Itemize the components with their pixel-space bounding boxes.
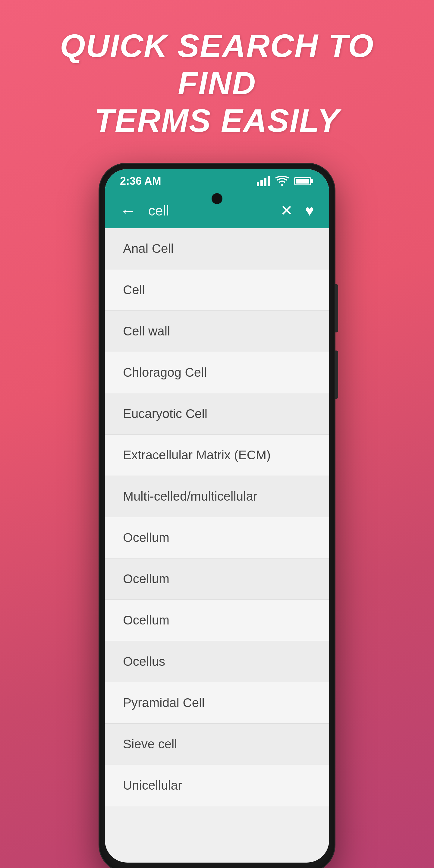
hero-line2: TERMS EASILY	[30, 102, 404, 139]
signal-icon	[257, 176, 270, 186]
result-term: Ocellum	[123, 613, 169, 627]
list-item[interactable]: Multi-celled/multicellular	[105, 476, 329, 517]
result-term: Pyramidal Cell	[123, 695, 205, 710]
result-term: Cell wall	[123, 324, 170, 338]
result-term: Unicellular	[123, 778, 182, 792]
hero-title: QUICK SEARCH TO FIND TERMS EASILY	[0, 27, 434, 140]
svg-point-4	[281, 184, 283, 186]
status-icons	[257, 176, 311, 186]
search-results-list: Anal CellCellCell wallChloragog CellEuca…	[105, 228, 329, 806]
svg-rect-2	[264, 178, 267, 186]
list-item[interactable]: Sieve cell	[105, 724, 329, 765]
list-item[interactable]: Extracellular Matrix (ECM)	[105, 435, 329, 476]
wifi-icon	[276, 176, 289, 186]
result-term: Cell	[123, 283, 145, 297]
list-item[interactable]: Ocellum	[105, 600, 329, 641]
search-input-container[interactable]: cell	[148, 203, 268, 219]
result-term: Multi-celled/multicellular	[123, 489, 257, 503]
svg-rect-1	[260, 180, 263, 186]
svg-rect-3	[268, 176, 270, 186]
result-term: Ocellus	[123, 654, 165, 669]
list-item[interactable]: Anal Cell	[105, 228, 329, 270]
svg-rect-0	[257, 182, 259, 186]
list-item[interactable]: Pyramidal Cell	[105, 682, 329, 724]
result-term: Chloragog Cell	[123, 365, 207, 379]
status-bar: 2:36 AM	[105, 169, 329, 193]
back-button[interactable]: ←	[120, 203, 136, 219]
result-term: Ocellum	[123, 572, 169, 586]
list-item[interactable]: Ocellum	[105, 517, 329, 558]
result-term: Ocellum	[123, 530, 169, 545]
result-term: Eucaryotic Cell	[123, 407, 207, 421]
result-term: Extracellular Matrix (ECM)	[123, 448, 271, 462]
search-query-text: cell	[148, 203, 169, 218]
result-term: Sieve cell	[123, 737, 177, 751]
clear-button[interactable]: ✕	[280, 202, 293, 219]
result-term: Anal Cell	[123, 241, 174, 255]
status-time: 2:36 AM	[120, 175, 161, 187]
list-item[interactable]: Cell	[105, 270, 329, 311]
list-item[interactable]: Chloragog Cell	[105, 352, 329, 393]
hero-line1: QUICK SEARCH TO FIND	[30, 27, 404, 102]
list-item[interactable]: Eucaryotic Cell	[105, 393, 329, 435]
list-item[interactable]: Ocellum	[105, 558, 329, 600]
list-item[interactable]: Unicellular	[105, 765, 329, 806]
favorites-button[interactable]: ♥	[305, 202, 314, 219]
battery-icon	[294, 177, 311, 185]
phone-mockup: 2:36 AM	[99, 164, 335, 868]
phone-screen: 2:36 AM	[105, 169, 329, 863]
list-item[interactable]: Cell wall	[105, 311, 329, 352]
list-item[interactable]: Ocellus	[105, 641, 329, 682]
camera-notch	[212, 193, 222, 204]
